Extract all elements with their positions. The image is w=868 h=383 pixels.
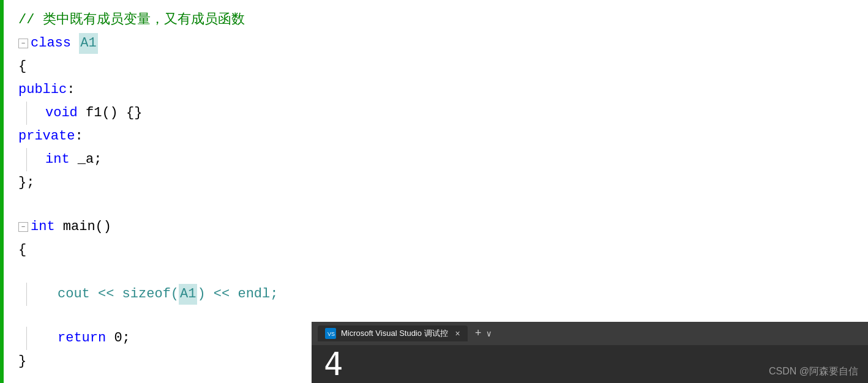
line-class: − class A1 bbox=[18, 32, 868, 55]
csdn-watermark: CSDN @阿森要自信 bbox=[769, 365, 858, 378]
class-keyword: class bbox=[31, 33, 71, 54]
line-comment: // 类中既有成员变量，又有成员函数 bbox=[18, 9, 868, 32]
public-keyword: public bbox=[18, 80, 67, 100]
member-var: _a; bbox=[78, 149, 102, 170]
class-name-a1: A1 bbox=[79, 33, 97, 54]
result-number: 4 bbox=[324, 346, 343, 382]
cout-end: ) << endl; bbox=[197, 284, 278, 305]
brace-close: } bbox=[18, 351, 26, 372]
private-keyword: private bbox=[18, 126, 75, 147]
tab-close-btn[interactable]: × bbox=[455, 329, 460, 338]
line-cout: cout << sizeof( A1 ) << endl; bbox=[18, 283, 868, 306]
int-main-keyword: int bbox=[31, 217, 55, 237]
comment-text: // 类中既有成员变量，又有成员函数 bbox=[18, 10, 245, 31]
brace-open2: { bbox=[18, 240, 26, 261]
line-main-brace-open: { bbox=[18, 239, 868, 262]
line-brace-close-semi: }; bbox=[18, 171, 868, 195]
collapse-class-btn[interactable]: − bbox=[18, 39, 28, 48]
brace-close-semi: }; bbox=[18, 173, 34, 193]
void-keyword: void bbox=[45, 103, 78, 124]
cout-text: cout << sizeof( bbox=[58, 284, 179, 305]
line-empty2 bbox=[18, 262, 868, 283]
line-empty1 bbox=[18, 195, 868, 215]
public-colon: : bbox=[67, 80, 75, 100]
main-func: main() bbox=[63, 217, 111, 237]
left-border bbox=[0, 0, 4, 383]
vs-icon: VS bbox=[325, 328, 336, 339]
a1-ref: A1 bbox=[179, 284, 197, 305]
tab-add-btn[interactable]: + bbox=[475, 327, 482, 340]
editor-area: // 类中既有成员变量，又有成员函数 − class A1 { public :… bbox=[0, 0, 868, 383]
tab-dropdown-btn[interactable]: ∨ bbox=[487, 329, 492, 339]
line-f1: void f1() {} bbox=[18, 102, 868, 125]
taskbar-tabs: VS Microsoft Visual Studio 调试控 × + ∨ bbox=[312, 322, 868, 345]
code-container: // 类中既有成员变量，又有成员函数 − class A1 { public :… bbox=[0, 5, 868, 373]
line-private: private : bbox=[18, 125, 868, 148]
line-brace-open: { bbox=[18, 55, 868, 78]
line-main: − int main() bbox=[18, 215, 868, 239]
return-val: 0; bbox=[114, 328, 130, 349]
return-keyword: return bbox=[58, 328, 106, 349]
svg-text:VS: VS bbox=[327, 331, 335, 337]
private-colon: : bbox=[75, 126, 83, 147]
collapse-main-btn[interactable]: − bbox=[18, 222, 28, 232]
int-keyword: int bbox=[45, 149, 70, 170]
tab-title: Microsoft Visual Studio 调试控 bbox=[341, 328, 448, 339]
brace-open: { bbox=[18, 56, 26, 77]
f1-method: f1() {} bbox=[86, 103, 142, 124]
line-member-var: int _a; bbox=[18, 148, 868, 171]
line-public: public : bbox=[18, 78, 868, 102]
taskbar-overlay: VS Microsoft Visual Studio 调试控 × + ∨ 4 C… bbox=[312, 322, 868, 383]
taskbar-tab[interactable]: VS Microsoft Visual Studio 调试控 × bbox=[318, 325, 468, 341]
